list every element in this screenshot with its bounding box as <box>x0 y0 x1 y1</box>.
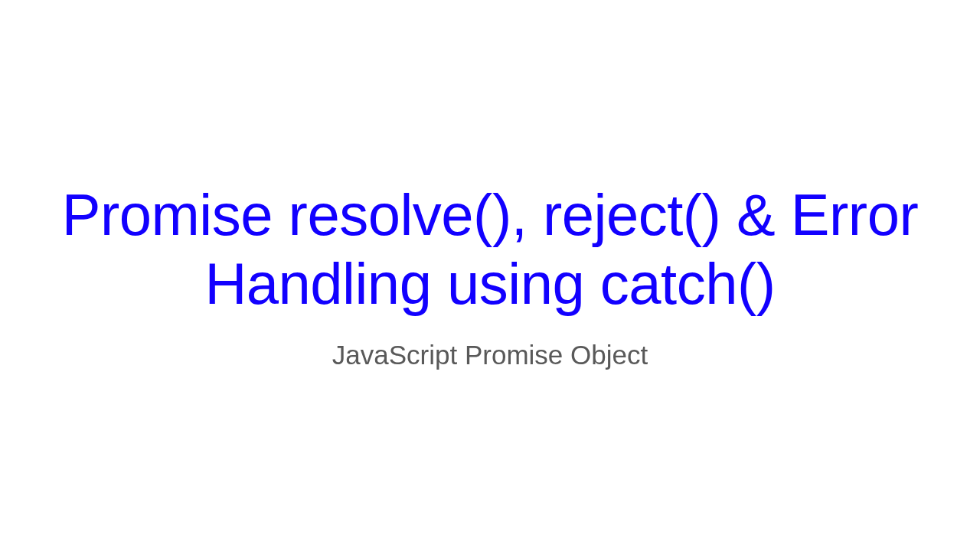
slide-subtitle: JavaScript Promise Object <box>332 340 648 370</box>
slide-title: Promise resolve(), reject() & Error Hand… <box>46 181 934 318</box>
slide-container: Promise resolve(), reject() & Error Hand… <box>0 0 980 551</box>
